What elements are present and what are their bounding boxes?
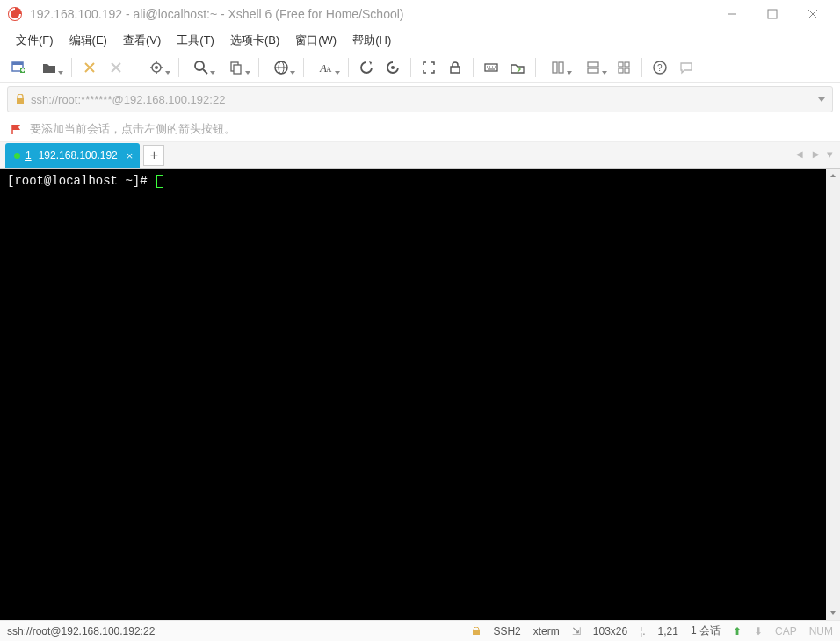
separator — [258, 58, 259, 77]
menu-file[interactable]: 文件(F) — [11, 30, 59, 51]
lock-icon — [472, 627, 481, 636]
separator — [535, 58, 536, 77]
menu-help[interactable]: 帮助(H) — [347, 30, 396, 51]
search-button[interactable] — [185, 56, 217, 79]
separator — [178, 58, 179, 77]
svg-rect-6 — [12, 62, 23, 65]
separator — [303, 58, 304, 77]
tab-next-button[interactable]: ► — [810, 148, 822, 161]
tile-v-button[interactable] — [577, 56, 609, 79]
tab-index: 1 — [25, 149, 32, 162]
toolbar: AA ? — [0, 53, 840, 83]
minimize-button[interactable] — [712, 1, 752, 27]
tab-close-button[interactable]: × — [127, 149, 134, 162]
new-session-button[interactable] — [7, 56, 30, 79]
status-size: 103x26 — [593, 625, 627, 637]
status-bar: ssh://root@192.168.100.192:22 SSH2 xterm… — [0, 620, 840, 641]
maximize-button[interactable] — [752, 1, 793, 27]
status-cursor-pos: 1,21 — [658, 625, 678, 637]
disconnect-button[interactable] — [105, 56, 127, 79]
menu-edit[interactable]: 编辑(E) — [64, 30, 112, 51]
lock-icon — [15, 94, 25, 104]
window-controls — [712, 1, 833, 27]
connection-status-icon — [14, 153, 20, 159]
vertical-scrollbar[interactable] — [826, 169, 840, 620]
terminal[interactable]: [root@localhost ~]# — [0, 169, 826, 620]
chevron-down-icon[interactable] — [818, 97, 825, 102]
svg-point-16 — [195, 61, 204, 70]
hint-text: 要添加当前会话，点击左侧的箭头按钮。 — [30, 121, 235, 137]
svg-rect-44 — [473, 630, 480, 635]
macro1-button[interactable] — [355, 56, 378, 79]
tab-bar: 1 192.168.100.192 × + ◄ ► ▾ — [0, 142, 840, 169]
address-bar[interactable]: ssh://root:*******@192.168.100.192:22 — [7, 86, 833, 112]
tab-prev-button[interactable]: ◄ — [793, 148, 805, 161]
cursor — [156, 175, 163, 188]
separator — [134, 58, 134, 77]
address-text: ssh://root:*******@192.168.100.192:22 — [31, 93, 225, 106]
lock-button[interactable] — [444, 56, 467, 79]
svg-rect-37 — [619, 62, 623, 67]
scroll-down-button[interactable] — [826, 606, 840, 620]
svg-rect-27 — [485, 64, 497, 71]
hint-bar: 要添加当前会话，点击左侧的箭头按钮。 — [0, 116, 840, 142]
font-button[interactable]: AA — [310, 56, 342, 79]
separator — [410, 58, 411, 77]
svg-rect-26 — [451, 67, 460, 73]
svg-rect-19 — [234, 65, 241, 74]
status-term: xterm — [533, 625, 560, 637]
status-connection: ssh://root@192.168.100.192:22 — [7, 625, 155, 637]
reconnect-button[interactable] — [78, 56, 101, 79]
svg-text:A: A — [326, 65, 332, 74]
menubar: 文件(F) 编辑(E) 查看(V) 工具(T) 选项卡(B) 窗口(W) 帮助(… — [0, 28, 840, 53]
tile-grid-button[interactable] — [612, 56, 635, 79]
separator — [473, 58, 474, 77]
svg-rect-43 — [17, 98, 24, 104]
help-button[interactable]: ? — [648, 56, 671, 79]
fullscreen-button[interactable] — [417, 56, 440, 79]
globe-button[interactable] — [265, 56, 297, 79]
svg-rect-39 — [619, 68, 623, 73]
close-button[interactable] — [793, 1, 833, 27]
status-num: NUM — [809, 625, 833, 637]
status-protocol: SSH2 — [493, 625, 520, 637]
flag-icon — [11, 123, 23, 135]
down-arrow-icon[interactable]: ⬇ — [754, 625, 763, 637]
scroll-track[interactable] — [826, 183, 840, 606]
menu-tool[interactable]: 工具(T) — [171, 30, 220, 51]
svg-rect-36 — [588, 68, 598, 73]
separator — [71, 58, 72, 77]
status-cap: CAP — [775, 625, 797, 637]
tab-add-button[interactable]: + — [143, 145, 164, 166]
tab-session-1[interactable]: 1 192.168.100.192 × — [5, 143, 140, 168]
cursor-icon: ¦. — [640, 625, 645, 637]
svg-rect-40 — [625, 68, 629, 73]
status-sessions: 1 会话 — [691, 623, 721, 638]
svg-rect-34 — [559, 62, 563, 73]
menu-window[interactable]: 窗口(W) — [290, 30, 342, 51]
scroll-up-button[interactable] — [826, 169, 840, 183]
up-arrow-icon[interactable]: ⬆ — [733, 625, 742, 637]
terminal-area: [root@localhost ~]# — [0, 169, 840, 620]
keyboard-button[interactable] — [480, 56, 503, 79]
open-session-button[interactable] — [33, 56, 65, 79]
separator — [641, 58, 642, 77]
svg-rect-35 — [588, 62, 598, 67]
menu-tab[interactable]: 选项卡(B) — [225, 30, 285, 51]
window-title: 192.168.100.192 - ali@localhost:~ - Xshe… — [30, 7, 712, 21]
app-icon — [7, 6, 23, 22]
svg-rect-38 — [625, 62, 629, 67]
copy-button[interactable] — [221, 56, 252, 79]
properties-button[interactable] — [141, 56, 172, 79]
tab-menu-button[interactable]: ▾ — [827, 148, 833, 161]
svg-rect-33 — [553, 62, 557, 73]
tile-h-button[interactable] — [542, 56, 574, 79]
svg-text:?: ? — [657, 63, 663, 73]
tab-label: 192.168.100.192 — [39, 149, 118, 162]
svg-line-17 — [203, 69, 207, 74]
svg-rect-2 — [768, 10, 777, 18]
sftp-button[interactable] — [506, 56, 529, 79]
macro2-button[interactable] — [381, 56, 404, 79]
menu-view[interactable]: 查看(V) — [118, 30, 166, 51]
chat-button[interactable] — [675, 56, 698, 79]
